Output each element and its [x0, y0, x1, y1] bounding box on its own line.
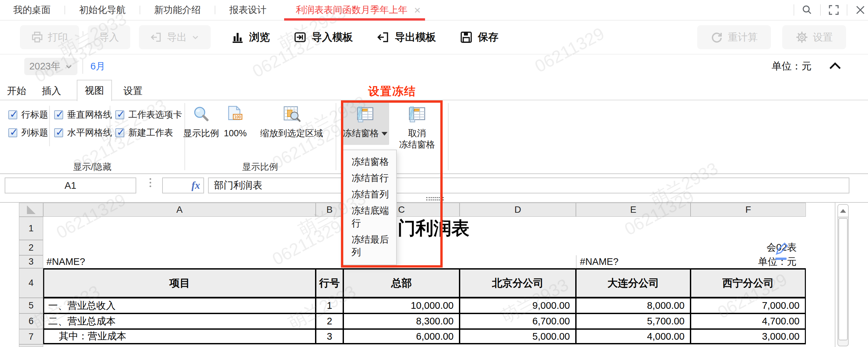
- column-header-e[interactable]: E: [576, 203, 690, 217]
- table-cell-value[interactable]: 9,000.00: [460, 298, 576, 313]
- table-cell-line[interactable]: 1: [316, 298, 343, 313]
- checkbox-sheet-tabs[interactable]: 工作表选项卡: [115, 109, 182, 120]
- year-select[interactable]: 2023年: [24, 58, 78, 75]
- edit-pencil-icon[interactable]: [774, 241, 788, 260]
- table-cell-line[interactable]: 2: [316, 313, 343, 329]
- settings-button[interactable]: 设置: [782, 25, 846, 49]
- tab-active-profit-report[interactable]: 利润表表间函数月季年上年: [296, 4, 407, 16]
- tab-report-design[interactable]: 报表设计: [229, 4, 267, 16]
- formula-input[interactable]: 部门利润表: [208, 178, 849, 193]
- table-cell-value[interactable]: 4,700.00: [690, 313, 806, 329]
- table-header-xining[interactable]: 西宁分公司: [690, 268, 806, 298]
- menu-item-freeze-panes[interactable]: 冻结窗格: [351, 156, 391, 168]
- active-tab-underline: [284, 18, 425, 21]
- checkbox-new-sheet[interactable]: 新建工作表: [115, 127, 173, 138]
- table-cell-value[interactable]: 6,000.00: [343, 329, 460, 344]
- row-header-5[interactable]: 5: [19, 298, 43, 313]
- column-header-b[interactable]: B: [316, 203, 343, 217]
- ribbon-tab-view[interactable]: 视图: [77, 80, 112, 101]
- menu-item-freeze-last-column[interactable]: 冻结最后列: [351, 233, 391, 259]
- search-icon[interactable]: [802, 4, 813, 15]
- menu-item-freeze-first-column[interactable]: 冻结首列: [351, 188, 391, 201]
- export-button[interactable]: 导出: [139, 25, 211, 49]
- import-button[interactable]: 导入: [88, 25, 130, 49]
- table-header-hq[interactable]: 总部: [343, 268, 460, 298]
- tab-new-features[interactable]: 新功能介绍: [154, 4, 201, 16]
- export-template-button[interactable]: 导出模板: [377, 30, 436, 44]
- row-header-1[interactable]: 1: [19, 217, 43, 240]
- row-header-6[interactable]: 6: [19, 313, 43, 329]
- close-tab-icon[interactable]: ×: [414, 4, 421, 15]
- freeze-panes-button[interactable]: 冻结窗格: [341, 102, 389, 145]
- checkbox-col-headings[interactable]: 列标题: [8, 127, 48, 138]
- select-all-corner[interactable]: [19, 203, 43, 217]
- tab-init-nav[interactable]: 初始化导航: [79, 4, 126, 16]
- save-button[interactable]: 保存: [460, 30, 498, 44]
- table-cell-value[interactable]: 3,000.00: [690, 329, 806, 344]
- collapse-chevron-icon[interactable]: [828, 61, 842, 71]
- close-window-icon[interactable]: [855, 4, 866, 15]
- table-cell-item[interactable]: 一、营业总收入: [43, 298, 316, 313]
- table-header-beijing[interactable]: 北京分公司: [460, 268, 576, 298]
- checkbox-icon[interactable]: [8, 111, 17, 119]
- ribbon-tab-settings[interactable]: 设置: [123, 83, 143, 100]
- tab-my-desktop[interactable]: 我的桌面: [13, 4, 51, 16]
- name-error-cell-e3[interactable]: #NAME?: [576, 255, 690, 268]
- row-header-3[interactable]: 3: [19, 255, 43, 268]
- scroll-up-button[interactable]: [838, 205, 848, 217]
- browse-button[interactable]: 浏览: [231, 30, 270, 44]
- table-header-dalian[interactable]: 大连分公司: [576, 268, 690, 298]
- table-cell-value[interactable]: 6,700.00: [460, 313, 576, 329]
- table-cell-value[interactable]: 4,000.00: [576, 329, 690, 344]
- svg-text:100: 100: [234, 115, 241, 119]
- column-header-f[interactable]: F: [690, 203, 806, 217]
- checkbox-horizontal-gridlines[interactable]: 水平网格线: [54, 127, 112, 138]
- scrollbar-thumb[interactable]: [838, 218, 848, 340]
- menu-item-freeze-bottom-row[interactable]: 冻结底端行: [351, 204, 391, 230]
- column-header-a[interactable]: A: [43, 203, 316, 217]
- table-header-line-no[interactable]: 行号: [316, 268, 343, 298]
- report-title-cell[interactable]: 部门利润表: [43, 217, 806, 240]
- fx-box[interactable]: fx: [162, 178, 204, 193]
- ribbon-tab-insert[interactable]: 插入: [42, 83, 61, 100]
- table-cell-value[interactable]: 5,000.00: [460, 329, 576, 344]
- checkbox-icon[interactable]: [8, 128, 17, 137]
- name-error-cell-a3[interactable]: #NAME?: [43, 255, 316, 268]
- row-header-2[interactable]: 2: [19, 240, 43, 255]
- formula-bar-handle[interactable]: [150, 178, 151, 187]
- checkbox-icon[interactable]: [54, 111, 63, 119]
- checkbox-icon[interactable]: [54, 128, 63, 137]
- table-cell-value[interactable]: 5,700.00: [576, 313, 690, 329]
- zoom-100-button[interactable]: 100 100%: [220, 102, 251, 139]
- fullscreen-icon[interactable]: [828, 4, 839, 15]
- checkbox-row-headings[interactable]: 行标题: [8, 109, 48, 120]
- row-header-4[interactable]: 4: [19, 268, 43, 298]
- import-template-button[interactable]: 导入模板: [294, 30, 353, 44]
- table-header-item[interactable]: 项目: [43, 268, 316, 298]
- splitter-drag-handle[interactable]: [426, 197, 444, 200]
- table-cell-line[interactable]: 3: [316, 329, 343, 344]
- doc-number-cell[interactable]: 会02表: [690, 240, 806, 255]
- menu-item-freeze-top-row[interactable]: 冻结首行: [351, 172, 391, 185]
- month-tab[interactable]: 6月: [88, 58, 108, 75]
- row-header-7[interactable]: 7: [19, 329, 43, 344]
- table-cell-value[interactable]: 8,300.00: [343, 313, 460, 329]
- recalculate-button[interactable]: 重计算: [697, 25, 771, 49]
- unfreeze-panes-button[interactable]: 取消冻结窗格: [394, 102, 440, 150]
- vertical-scrollbar[interactable]: [837, 204, 849, 346]
- zoom-button[interactable]: 显示比例: [181, 102, 221, 139]
- checkbox-icon[interactable]: [115, 111, 124, 119]
- ribbon-tab-start[interactable]: 开始: [7, 83, 26, 100]
- checkbox-vertical-gridlines[interactable]: 垂直网格线: [54, 109, 112, 120]
- print-button[interactable]: 打印: [20, 25, 79, 49]
- table-cell-value[interactable]: 8,000.00: [576, 298, 690, 313]
- table-cell-item[interactable]: 其中：营业成本: [43, 329, 316, 344]
- table-cell-value[interactable]: 10,000.00: [343, 298, 460, 313]
- cell-reference-box[interactable]: A1: [5, 178, 136, 193]
- checkbox-icon[interactable]: [115, 128, 124, 137]
- fx-icon: fx: [191, 180, 200, 191]
- column-header-d[interactable]: D: [460, 203, 576, 217]
- table-cell-value[interactable]: 7,000.00: [690, 298, 806, 313]
- zoom-to-selection-button[interactable]: 缩放到选定区域: [257, 102, 326, 139]
- table-cell-item[interactable]: 二、营业总成本: [43, 313, 316, 329]
